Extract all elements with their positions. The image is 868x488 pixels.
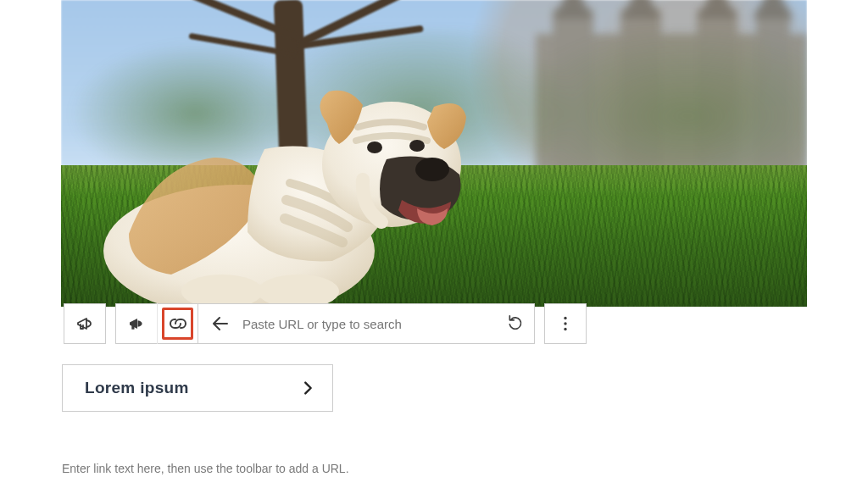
return-icon [507, 315, 524, 332]
svg-point-10 [564, 322, 566, 324]
hero-image [61, 0, 807, 307]
link-icon [168, 313, 188, 334]
toolbar-group-more [544, 303, 587, 344]
link-url-input[interactable] [242, 304, 497, 343]
toolbar-group-block [64, 303, 106, 344]
megaphone-solid-icon [126, 313, 147, 334]
block-type-button[interactable] [64, 303, 105, 344]
arrow-left-icon [210, 313, 231, 334]
cta-block[interactable]: Lorem ipsum [62, 364, 333, 412]
link-url-control [198, 303, 535, 344]
megaphone-outline-icon [75, 313, 95, 334]
svg-point-6 [415, 158, 449, 181]
more-vertical-icon [555, 313, 576, 334]
link-button[interactable] [157, 303, 198, 344]
link-submit-button[interactable] [497, 315, 534, 332]
toolbar-group-format [115, 303, 198, 344]
style-button[interactable] [116, 303, 157, 344]
svg-rect-7 [131, 324, 134, 329]
link-back-button[interactable] [198, 313, 242, 334]
more-options-button[interactable] [545, 303, 586, 344]
svg-point-9 [564, 317, 566, 319]
cta-hint-text: Enter link text here, then use the toolb… [62, 462, 349, 475]
svg-point-11 [564, 328, 566, 330]
cta-label: Lorem ipsum [85, 379, 189, 397]
chevron-right-icon [298, 379, 317, 397]
svg-point-5 [409, 140, 425, 152]
bulldog-illustration [120, 64, 476, 302]
svg-point-4 [367, 141, 382, 153]
block-toolbar [64, 303, 587, 344]
